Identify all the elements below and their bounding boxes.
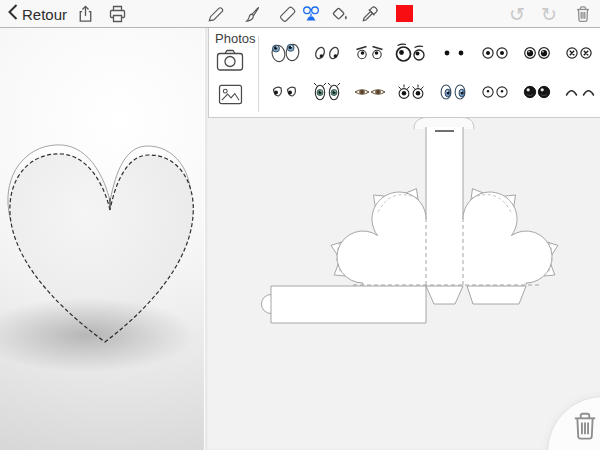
eyes-closed-arcs-sticker[interactable] bbox=[559, 72, 600, 111]
eyes-side-glance-sticker[interactable] bbox=[265, 72, 307, 111]
trash-icon[interactable] bbox=[572, 3, 594, 25]
template-pane: Photos bbox=[204, 28, 600, 450]
eyedropper-tool[interactable] bbox=[358, 3, 380, 25]
chevron-left-icon bbox=[6, 3, 20, 25]
color-swatch[interactable] bbox=[396, 5, 413, 22]
photo-library-icon[interactable] bbox=[218, 84, 243, 108]
back-label: Retour bbox=[22, 6, 67, 23]
back-button[interactable]: Retour bbox=[6, 0, 67, 28]
eyes-skeptical-brows-icon bbox=[352, 41, 388, 65]
heart-shadow bbox=[0, 296, 200, 374]
eyes-tiny-pupil-sticker[interactable] bbox=[475, 72, 517, 111]
fill-tool[interactable] bbox=[328, 3, 350, 25]
eyes-black-glossy-icon bbox=[520, 80, 556, 104]
eyes-droopy-down-sticker[interactable] bbox=[307, 33, 349, 72]
eyes-lashes-round-sticker[interactable] bbox=[391, 72, 433, 111]
eyes-small-pupil-icon bbox=[478, 41, 514, 65]
photos-panel: Photos bbox=[208, 28, 600, 118]
eyes-side-glance-icon bbox=[268, 80, 304, 104]
eyes-x-dead-sticker[interactable] bbox=[559, 33, 600, 72]
eyes-blue-oval-right-icon bbox=[436, 80, 472, 104]
heart-3d-model bbox=[0, 28, 204, 450]
eyes-glance-up-left-blue-icon bbox=[268, 41, 304, 65]
eyes-large-pupil-sticker[interactable] bbox=[517, 33, 559, 72]
brush-tool[interactable] bbox=[240, 3, 262, 25]
trash-icon bbox=[568, 409, 600, 443]
eyes-droopy-down-icon bbox=[310, 41, 346, 65]
eyes-black-glossy-sticker[interactable] bbox=[517, 72, 559, 111]
net-base-panel bbox=[271, 286, 426, 323]
eyes-large-pupil-icon bbox=[520, 41, 556, 65]
eyes-squint-horizontal-sticker[interactable] bbox=[349, 72, 391, 111]
eyes-dots-sticker[interactable] bbox=[433, 33, 475, 72]
panel-divider bbox=[258, 36, 259, 112]
share-icon[interactable] bbox=[74, 3, 96, 25]
net-band bbox=[426, 127, 463, 285]
stickers-tool[interactable] bbox=[300, 3, 322, 25]
sticker-grid bbox=[265, 33, 600, 111]
camera-icon[interactable] bbox=[216, 48, 244, 75]
eyes-glance-up-left-blue-sticker[interactable] bbox=[265, 33, 307, 72]
eyes-lashes-round-icon bbox=[394, 80, 430, 104]
eyes-wide-mismatched-icon bbox=[394, 41, 430, 65]
panel-title: Photos bbox=[215, 31, 255, 46]
redo-icon[interactable]: ↻ bbox=[538, 3, 560, 25]
toolbar: Retour bbox=[0, 0, 600, 28]
eyes-x-dead-icon bbox=[562, 41, 598, 65]
undo-icon[interactable]: ↺ bbox=[506, 3, 528, 25]
pencil-tool[interactable] bbox=[204, 3, 226, 25]
app-window: Retour bbox=[0, 0, 600, 450]
eyes-wide-mismatched-sticker[interactable] bbox=[391, 33, 433, 72]
eyes-green-lashes-icon bbox=[310, 80, 346, 104]
eyes-green-lashes-sticker[interactable] bbox=[307, 72, 349, 111]
eraser-tool[interactable] bbox=[276, 3, 298, 25]
print-icon[interactable] bbox=[106, 3, 128, 25]
eyes-closed-arcs-icon bbox=[562, 80, 598, 104]
eyes-skeptical-brows-sticker[interactable] bbox=[349, 33, 391, 72]
eyes-small-pupil-sticker[interactable] bbox=[475, 33, 517, 72]
preview-3d[interactable] bbox=[0, 28, 204, 450]
eyes-dots-icon bbox=[436, 41, 472, 65]
eyes-tiny-pupil-icon bbox=[478, 80, 514, 104]
eyes-blue-oval-right-sticker[interactable] bbox=[433, 72, 475, 111]
eyes-squint-horizontal-icon bbox=[352, 80, 388, 104]
